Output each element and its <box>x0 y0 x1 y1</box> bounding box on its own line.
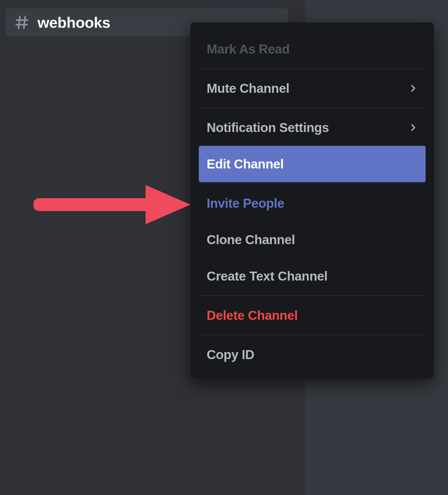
menu-item-edit-channel[interactable]: Edit Channel <box>199 146 426 182</box>
menu-item-create-text-channel[interactable]: Create Text Channel <box>199 258 426 294</box>
menu-item-label: Edit Channel <box>207 156 284 172</box>
menu-item-label: Mark As Read <box>207 41 290 57</box>
menu-separator <box>199 68 426 69</box>
menu-item-label: Create Text Channel <box>207 269 328 284</box>
menu-item-label: Invite People <box>207 196 284 211</box>
menu-item-label: Clone Channel <box>207 232 295 247</box>
chevron-right-icon <box>408 123 418 132</box>
viewport: webhooks Mark As Read Mute Channel Notif… <box>0 0 448 495</box>
menu-separator <box>199 108 426 108</box>
menu-item-copy-id[interactable]: Copy ID <box>199 336 426 373</box>
channel-name: webhooks <box>38 14 110 31</box>
menu-separator <box>199 295 426 296</box>
menu-item-label: Copy ID <box>207 347 254 362</box>
menu-item-delete-channel[interactable]: Delete Channel <box>199 297 426 334</box>
menu-item-mute-channel[interactable]: Mute Channel <box>199 70 426 107</box>
menu-item-notification-settings[interactable]: Notification Settings <box>199 109 426 146</box>
menu-item-invite-people[interactable]: Invite People <box>199 185 426 221</box>
menu-item-label: Notification Settings <box>207 120 329 135</box>
channel-context-menu: Mark As Read Mute Channel Notification S… <box>190 22 434 378</box>
menu-item-mark-as-read: Mark As Read <box>199 31 426 67</box>
menu-item-label: Mute Channel <box>207 81 290 96</box>
menu-item-clone-channel[interactable]: Clone Channel <box>199 221 426 258</box>
menu-separator <box>199 335 426 335</box>
hash-icon <box>14 15 30 30</box>
menu-item-label: Delete Channel <box>207 308 298 323</box>
chevron-right-icon <box>408 84 418 93</box>
menu-separator <box>199 183 426 184</box>
